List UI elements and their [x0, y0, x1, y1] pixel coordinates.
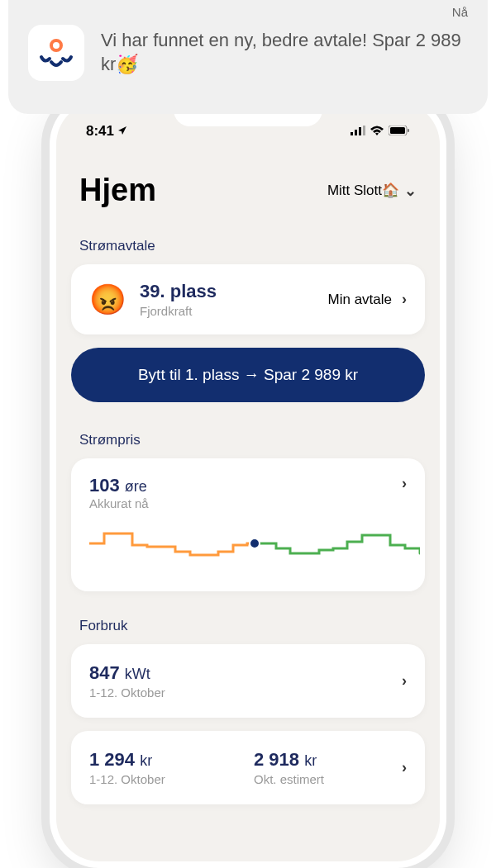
cost-estimated-value: 2 918 kr [254, 749, 402, 771]
svg-rect-6 [390, 127, 405, 134]
location-selector[interactable]: Mitt Slott🏠 ⌄ [327, 182, 417, 200]
svg-rect-1 [351, 132, 353, 135]
location-arrow-icon [117, 123, 127, 140]
page-header: Hjem Mitt Slott🏠 ⌄ [56, 140, 440, 225]
usage-card[interactable]: 847 kWt 1-12. Oktober › [71, 644, 425, 718]
signal-icon [351, 124, 365, 139]
phone-screen: 8:41 Hjem Mitt Slott🏠 [56, 102, 440, 861]
contract-section-label: Strømavtale [56, 225, 440, 264]
current-price-marker [250, 538, 260, 548]
cost-right-period: Okt. estimert [254, 772, 402, 786]
status-icons [351, 124, 410, 139]
notification-message: Vi har funnet en ny, bedre avtale! Spar … [101, 29, 468, 76]
chevron-right-icon: › [402, 759, 407, 776]
app-icon [28, 25, 84, 81]
cost-right-number: 2 918 [254, 749, 299, 770]
svg-point-0 [51, 40, 61, 50]
price-value: 103 øre [89, 475, 149, 496]
svg-rect-2 [355, 130, 357, 135]
svg-rect-7 [408, 129, 409, 132]
switch-deal-button[interactable]: Bytt til 1. plass → Spar 2 989 kr [71, 348, 425, 402]
price-section-label: Strømpris [56, 419, 440, 458]
cost-left-number: 1 294 [89, 749, 135, 770]
location-name: Mitt Slott🏠 [327, 182, 399, 199]
price-unit: øre [125, 478, 147, 495]
price-when: Akkurat nå [89, 496, 149, 510]
usage-period: 1-12. Oktober [89, 685, 165, 700]
usage-value: 847 kWt [89, 662, 165, 684]
contract-rank: 39. plass [140, 281, 217, 302]
cost-right-unit: kr [304, 752, 317, 769]
phone-frame: 8:41 Hjem Mitt Slott🏠 [50, 95, 446, 868]
chevron-right-icon: › [402, 475, 407, 492]
usage-number: 847 [89, 662, 120, 683]
notification-time-label: Nå [452, 5, 468, 19]
chevron-down-icon: ⌄ [404, 182, 417, 200]
svg-rect-3 [359, 127, 361, 135]
wifi-icon [370, 124, 384, 139]
usage-section-label: Forbruk [56, 605, 440, 644]
svg-rect-4 [363, 126, 365, 135]
status-time-text: 8:41 [86, 123, 114, 140]
chevron-right-icon: › [402, 291, 407, 308]
status-time: 8:41 [86, 123, 127, 140]
battery-icon [389, 124, 410, 139]
cost-actual-value: 1 294 kr [89, 749, 237, 771]
cost-left-unit: kr [140, 752, 152, 769]
contract-card-content: 😡 39. plass Fjordkraft [89, 281, 217, 318]
price-number: 103 [89, 475, 120, 496]
chevron-right-icon: › [402, 672, 407, 690]
cost-card[interactable]: 1 294 kr 1-12. Oktober 2 918 kr Okt. est… [71, 731, 425, 804]
page-title: Hjem [79, 173, 156, 208]
cost-left-period: 1-12. Oktober [89, 772, 237, 786]
price-sparkline-chart [89, 527, 420, 568]
price-card[interactable]: 103 øre Akkurat nå › [71, 458, 425, 591]
contract-provider: Fjordkraft [140, 304, 217, 318]
push-notification[interactable]: Nå Vi har funnet en ny, bedre avtale! Sp… [8, 0, 488, 114]
contract-card-action: Min avtale › [328, 291, 407, 308]
angry-emoji-icon: 😡 [89, 282, 126, 317]
contract-card[interactable]: 😡 39. plass Fjordkraft Min avtale › [71, 264, 425, 334]
usage-unit: kWt [125, 666, 150, 682]
contract-action-label: Min avtale [328, 292, 392, 308]
